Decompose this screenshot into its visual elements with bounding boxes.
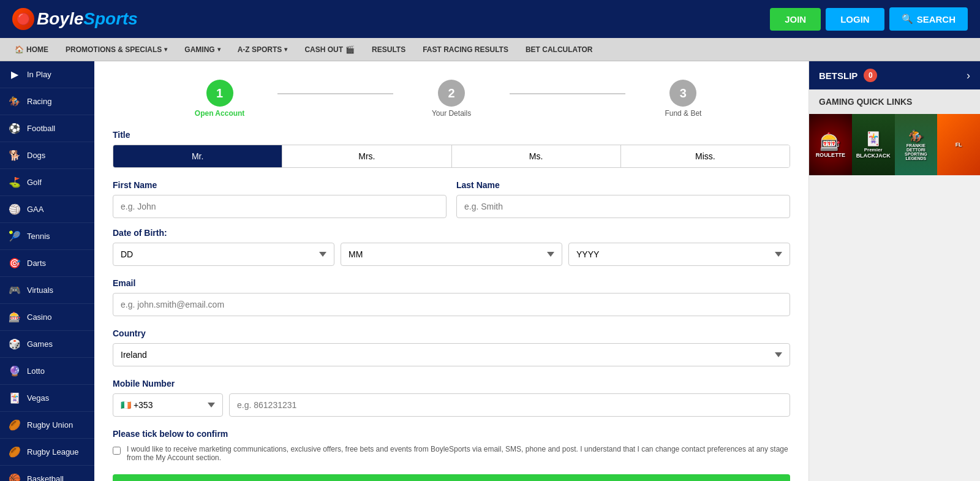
dob-day-select[interactable]: DD — [113, 243, 334, 266]
logo-boyle: Boyle — [37, 9, 83, 29]
sidebar-item-gaa[interactable]: 🏐 GAA — [0, 196, 94, 223]
title-mr-button[interactable]: Mr. — [113, 145, 282, 167]
nav-promotions[interactable]: PROMOTIONS & SPECIALS ▾ — [57, 38, 176, 61]
gaming-thumb-blackjack[interactable]: 🃏 Premier BLACKJACK — [852, 114, 895, 175]
rugby-union-icon: 🏉 — [9, 419, 21, 431]
stepper: 1 Open Account 2 Your Details 3 Fund & B… — [113, 80, 790, 118]
step-3: 3 Fund & Bet — [625, 80, 741, 118]
sidebar-item-virtuals[interactable]: 🎮 Virtuals — [0, 277, 94, 304]
header-buttons: JOIN LOGIN 🔍 SEARCH — [770, 7, 968, 31]
football-icon: ⚽ — [9, 123, 21, 134]
betslip-title: BETSLIP 0 — [819, 69, 877, 82]
step-3-circle: 3 — [669, 80, 696, 107]
sidebar-item-vegas[interactable]: 🃏 Vegas — [0, 385, 94, 412]
logo-icon: 🔴 — [12, 8, 34, 30]
main-layout: ▶ In Play 🏇 Racing ⚽ Football 🐕 Dogs ⛳ G… — [0, 61, 980, 481]
dogs-icon: 🐕 — [9, 150, 21, 161]
continue-button[interactable]: 🔒 CONTINUE TO STEP 2 — [113, 474, 790, 481]
gaming-links-title: GAMING QUICK LINKS — [809, 89, 980, 114]
mobile-number-input[interactable] — [229, 393, 790, 417]
rugby-league-icon: 🏉 — [9, 446, 21, 458]
main-nav: 🏠 HOME PROMOTIONS & SPECIALS ▾ GAMING ▾ … — [0, 38, 980, 61]
racing-icon: 🏇 — [9, 96, 21, 107]
nav-cash-out[interactable]: CASH OUT 🎬 — [296, 38, 363, 61]
chevron-down-icon: ▾ — [164, 46, 167, 53]
gaming-thumb-extra[interactable]: FL — [937, 114, 980, 175]
search-icon: 🔍 — [902, 13, 913, 25]
nav-gaming[interactable]: GAMING ▾ — [176, 38, 228, 61]
join-button[interactable]: JOIN — [770, 8, 821, 31]
step-1-circle: 1 — [206, 80, 233, 107]
mobile-country-col: 🇮🇪 +353 🇬🇧 +44 — [113, 393, 223, 417]
lastname-input[interactable] — [456, 195, 790, 218]
marketing-checkbox-label[interactable]: I would like to receive marketing commun… — [113, 445, 790, 462]
step-connector-2 — [510, 93, 625, 94]
roulette-label: 🎰 ROULETTE — [813, 129, 848, 161]
main-content: 1 Open Account 2 Your Details 3 Fund & B… — [94, 61, 809, 481]
checkbox-section: I would like to receive marketing commun… — [113, 445, 790, 462]
golf-icon: ⛳ — [9, 176, 21, 188]
vegas-icon: 🃏 — [9, 392, 21, 404]
play-icon: ▶ — [9, 69, 21, 80]
betslip-expand-icon[interactable]: › — [967, 69, 970, 82]
betslip-panel: BETSLIP 0 › GAMING QUICK LINKS 🎰 ROULETT… — [809, 61, 980, 481]
mobile-number-col — [229, 393, 790, 417]
login-button[interactable]: LOGIN — [826, 8, 884, 31]
firstname-col: First Name — [113, 180, 447, 218]
title-section: Title Mr. Mrs. Ms. Miss. — [113, 130, 790, 168]
nav-home[interactable]: 🏠 HOME — [6, 38, 57, 61]
sidebar-item-games[interactable]: 🎲 Games — [0, 331, 94, 358]
frankie-label: 🏇 FRANKIE DETTORI SPORTING LEGENDS — [895, 126, 938, 163]
dob-year-col: YYYY — [568, 243, 790, 266]
logo: 🔴 BoyleSports — [12, 8, 138, 30]
step-connector-1 — [277, 93, 393, 94]
sidebar-item-casino[interactable]: 🎰 Casino — [0, 304, 94, 331]
title-ms-button[interactable]: Ms. — [452, 145, 621, 167]
tennis-icon: 🎾 — [9, 230, 21, 242]
chevron-down-icon: ▾ — [217, 46, 221, 53]
mobile-country-select[interactable]: 🇮🇪 +353 🇬🇧 +44 — [113, 393, 223, 417]
sidebar-item-racing[interactable]: 🏇 Racing — [0, 88, 94, 115]
sidebar-item-dogs[interactable]: 🐕 Dogs — [0, 142, 94, 169]
confirm-section: Please tick below to confirm I would lik… — [113, 429, 790, 462]
marketing-checkbox[interactable] — [113, 447, 121, 455]
sidebar-item-lotto[interactable]: 🔮 Lotto — [0, 358, 94, 385]
sidebar-item-basketball[interactable]: 🏀 Basketball — [0, 466, 94, 481]
search-button[interactable]: 🔍 SEARCH — [889, 7, 968, 31]
step-2: 2 Your Details — [393, 80, 509, 118]
sidebar-item-football[interactable]: ⚽ Football — [0, 115, 94, 142]
logo-sports: Sports — [83, 9, 138, 29]
basketball-icon: 🏀 — [9, 473, 21, 481]
email-section: Email — [113, 278, 790, 316]
name-row: First Name Last Name — [113, 180, 790, 218]
sidebar-item-golf[interactable]: ⛳ Golf — [0, 169, 94, 196]
gaming-thumb-roulette[interactable]: 🎰 ROULETTE — [809, 114, 852, 175]
email-input[interactable] — [113, 293, 790, 316]
nav-fast-racing[interactable]: FAST RACING RESULTS — [414, 38, 517, 61]
nav-bet-calculator[interactable]: BET CALCULATOR — [517, 38, 601, 61]
nav-results[interactable]: RESULTS — [363, 38, 414, 61]
lastname-label: Last Name — [456, 180, 790, 190]
sidebar-item-darts[interactable]: 🎯 Darts — [0, 250, 94, 277]
sidebar-item-tennis[interactable]: 🎾 Tennis — [0, 223, 94, 250]
marketing-text: I would like to receive marketing commun… — [127, 445, 790, 462]
nav-az-sports[interactable]: A-Z SPORTS ▾ — [229, 38, 296, 61]
sidebar-item-rugby-union[interactable]: 🏉 Rugby Union — [0, 412, 94, 439]
country-select[interactable]: Ireland United Kingdom United States — [113, 343, 790, 366]
sidebar: ▶ In Play 🏇 Racing ⚽ Football 🐕 Dogs ⛳ G… — [0, 61, 94, 481]
gaming-thumb-frankie[interactable]: 🏇 FRANKIE DETTORI SPORTING LEGENDS — [895, 114, 938, 175]
confirm-label: Please tick below to confirm — [113, 429, 790, 439]
chevron-down-icon: ▾ — [284, 46, 287, 53]
title-mrs-button[interactable]: Mrs. — [282, 145, 451, 167]
home-icon: 🏠 — [15, 45, 24, 54]
step-1-label: Open Account — [195, 109, 245, 118]
dob-year-select[interactable]: YYYY — [568, 243, 790, 266]
sidebar-item-rugby-league[interactable]: 🏉 Rugby League — [0, 439, 94, 466]
title-miss-button[interactable]: Miss. — [621, 145, 790, 167]
title-buttons-group: Mr. Mrs. Ms. Miss. — [113, 145, 790, 168]
dob-month-select[interactable]: MM — [341, 243, 562, 266]
firstname-input[interactable] — [113, 195, 447, 218]
sidebar-item-inplay[interactable]: ▶ In Play — [0, 61, 94, 88]
cashout-icon: 🎬 — [345, 45, 355, 54]
mobile-section: Mobile Number 🇮🇪 +353 🇬🇧 +44 — [113, 379, 790, 417]
